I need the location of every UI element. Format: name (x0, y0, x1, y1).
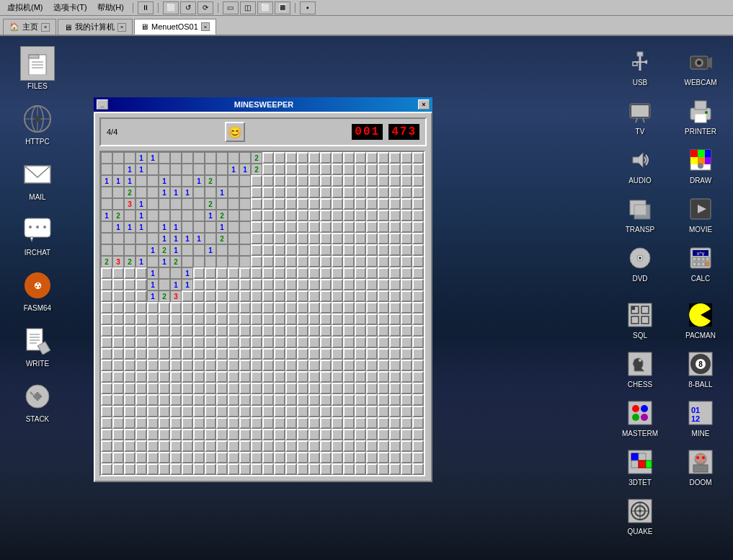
draw-icon-item[interactable]: DRAW (672, 143, 729, 186)
ms-cell[interactable] (228, 314, 239, 325)
ms-cell[interactable] (182, 406, 193, 417)
ms-cell[interactable] (239, 302, 251, 314)
ms-cell[interactable] (308, 360, 320, 371)
ms-cell[interactable] (412, 152, 424, 164)
ms-cell[interactable] (297, 463, 308, 475)
ms-cell[interactable] (343, 452, 355, 463)
ms-cell[interactable] (343, 221, 355, 233)
ms-cell[interactable] (205, 440, 216, 452)
ms-cell[interactable] (401, 314, 412, 325)
ms-cell[interactable] (355, 244, 366, 256)
ms-cell[interactable] (228, 279, 239, 290)
ms-cell[interactable] (147, 175, 159, 187)
ms-cell[interactable] (101, 152, 112, 164)
ms-cell[interactable] (262, 429, 274, 440)
ms-cell[interactable] (355, 290, 366, 302)
ms-cell[interactable] (170, 175, 182, 187)
ms-cell[interactable] (251, 429, 262, 440)
ms-cell[interactable] (389, 417, 401, 429)
ms-cell[interactable] (297, 406, 308, 417)
ms-cell[interactable]: 3 (124, 198, 136, 210)
ms-cell[interactable] (343, 406, 355, 417)
ms-cell[interactable] (136, 348, 147, 360)
ms-cell[interactable] (216, 348, 228, 360)
ms-cell[interactable] (285, 440, 297, 452)
ms-cell[interactable] (412, 221, 424, 233)
ms-cell[interactable] (285, 429, 297, 440)
ms-cell[interactable] (112, 325, 124, 337)
ms-cell[interactable] (401, 429, 412, 440)
ms-cell[interactable] (170, 164, 182, 175)
ms-cell[interactable] (159, 210, 170, 221)
ms-cell[interactable] (228, 198, 239, 210)
ms-cell[interactable] (401, 244, 412, 256)
ms-cell[interactable] (308, 256, 320, 267)
ms-cell[interactable] (251, 267, 262, 279)
ms-cell[interactable] (239, 463, 251, 475)
tab-computer[interactable]: 🖥 我的计算机 × (58, 19, 133, 35)
ms-cell[interactable] (389, 348, 401, 360)
ms-cell[interactable] (228, 267, 239, 279)
ms-cell[interactable] (251, 314, 262, 325)
ms-cell[interactable] (355, 314, 366, 325)
ms-cell[interactable] (308, 198, 320, 210)
ms-cell[interactable] (251, 394, 262, 406)
ms-cell[interactable] (355, 187, 366, 198)
ms-cell[interactable] (308, 417, 320, 429)
ms-cell[interactable]: 1 (159, 175, 170, 187)
ms-cell[interactable] (320, 187, 332, 198)
ms-cell[interactable]: 1 (124, 164, 136, 175)
ms-cell[interactable] (401, 383, 412, 394)
ms-cell[interactable]: 3 (170, 290, 182, 302)
ms-cell[interactable] (228, 371, 239, 383)
ms-cell[interactable] (285, 325, 297, 337)
sql-icon-item[interactable]: SQL (611, 298, 669, 341)
ms-cell[interactable] (401, 463, 412, 475)
ms-cell[interactable] (147, 429, 159, 440)
ms-cell[interactable] (343, 360, 355, 371)
ms-cell[interactable] (332, 417, 343, 429)
ms-cell[interactable] (262, 440, 274, 452)
ms-cell[interactable] (274, 463, 285, 475)
ms-cell[interactable] (412, 429, 424, 440)
ms-cell[interactable] (389, 429, 401, 440)
ms-cell[interactable] (124, 452, 136, 463)
ms-cell[interactable] (297, 152, 308, 164)
ms-cell[interactable] (343, 325, 355, 337)
ms-cell[interactable]: 1 (216, 221, 228, 233)
ms-cell[interactable] (389, 383, 401, 394)
ms-cell[interactable] (297, 279, 308, 290)
ms-cell[interactable] (412, 440, 424, 452)
ms-cell[interactable] (182, 337, 193, 348)
ms-cell[interactable] (193, 440, 205, 452)
ms-cell[interactable] (228, 221, 239, 233)
ms-cell[interactable] (320, 198, 332, 210)
ms-cell[interactable] (297, 290, 308, 302)
ms-cell[interactable] (378, 244, 389, 256)
ms-cell[interactable] (170, 394, 182, 406)
ms-cell[interactable] (101, 221, 112, 233)
ms-cell[interactable] (193, 348, 205, 360)
ms-cell[interactable] (251, 337, 262, 348)
ms-cell[interactable] (343, 337, 355, 348)
ms-cell[interactable] (274, 290, 285, 302)
ms-cell[interactable] (412, 417, 424, 429)
ms-cell[interactable] (101, 267, 112, 279)
ms-cell[interactable] (228, 210, 239, 221)
ms-cell[interactable] (355, 337, 366, 348)
ms-cell[interactable] (147, 371, 159, 383)
ms-cell[interactable] (355, 152, 366, 164)
ms-cell[interactable] (205, 383, 216, 394)
ms-cell[interactable] (262, 394, 274, 406)
ms-cell[interactable] (332, 244, 343, 256)
tab-home-close[interactable]: × (41, 23, 50, 32)
ms-cell[interactable] (355, 383, 366, 394)
ms-cell[interactable]: 2 (205, 198, 216, 210)
menu-help[interactable]: 帮助(H) (93, 1, 128, 14)
ms-cell[interactable]: 2 (159, 290, 170, 302)
ms-cell[interactable] (147, 256, 159, 267)
ms-cell[interactable] (262, 360, 274, 371)
ms-cell[interactable] (239, 267, 251, 279)
ms-cell[interactable] (412, 198, 424, 210)
ms-cell[interactable] (378, 371, 389, 383)
